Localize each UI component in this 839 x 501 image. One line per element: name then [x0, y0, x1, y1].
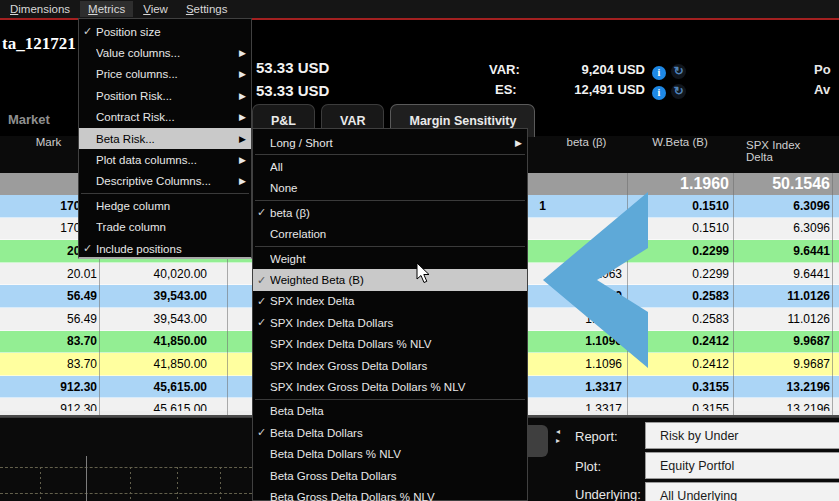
price-line-2: 53.33 USD: [256, 82, 329, 99]
es-label: ES:: [495, 82, 517, 97]
menu-item-beta[interactable]: ✓beta (β): [253, 202, 527, 223]
column-divider: [832, 173, 833, 415]
es-info-icon[interactable]: i: [652, 82, 666, 100]
menubar: DimensionsMetricsViewSettings: [0, 0, 839, 18]
menu-item-position-risk[interactable]: Position Risk...▶: [79, 85, 251, 106]
column-group-market: Market: [8, 112, 50, 127]
menu-item-beta-gross-delta-dollars[interactable]: Beta Gross Delta Dollars: [253, 465, 527, 486]
gridline: [0, 493, 252, 494]
cell-mark: 20.01: [0, 263, 97, 285]
menu-item-trade-column[interactable]: Trade column: [79, 217, 251, 238]
submenu-arrow-icon: ▶: [232, 134, 251, 144]
menu-item-label: Descriptive Columns...: [96, 175, 232, 187]
splitter-arrows-icon[interactable]: ◂▸: [556, 427, 560, 445]
menu-item-price-columns[interactable]: Price columns...▶: [79, 64, 251, 85]
underlying-dropdown[interactable]: All Underlying: [645, 482, 839, 501]
underlying-label: Underlying:: [575, 487, 641, 501]
menu-item-label: SPX Index Gross Delta Dollars % NLV: [270, 381, 508, 393]
menu-item-descriptive-columns[interactable]: Descriptive Columns...▶: [79, 171, 251, 192]
menu-item-all[interactable]: All: [253, 156, 527, 177]
checkmark-icon: ✓: [79, 25, 96, 38]
cell-spx-delta: 13.2196: [735, 376, 830, 398]
menu-item-long-short[interactable]: Long / Short▶: [253, 132, 527, 153]
menubar-item-dimensions[interactable]: Dimensions: [2, 1, 78, 17]
menu-item-weighted-beta-b[interactable]: ✓Weighted Beta (B): [253, 269, 527, 290]
var-label: VAR:: [489, 62, 520, 77]
checkmark-icon: ✓: [79, 242, 96, 255]
menubar-item-view[interactable]: View: [135, 1, 176, 17]
cell-spx-delta: 11.0126: [735, 308, 830, 330]
menu-item-none[interactable]: None: [253, 178, 527, 199]
menu-item-label: Beta Delta: [270, 405, 508, 417]
menu-item-label: Plot data columns...: [96, 154, 232, 166]
cell-spx-delta: 6.3096: [735, 195, 830, 217]
checkmark-icon: ✓: [253, 295, 270, 308]
menu-item-label: Beta Delta Dollars: [270, 427, 508, 439]
var-info-icon[interactable]: i: [652, 62, 666, 80]
gridline: [40, 467, 41, 501]
menu-item-label: Weighted Beta (B): [270, 274, 508, 286]
report-dropdown[interactable]: Risk by Under: [645, 422, 839, 449]
plot-axis-line: [86, 456, 87, 501]
menu-item-label: Contract Risk...: [96, 111, 232, 123]
menu-item-beta-delta[interactable]: Beta Delta: [253, 401, 527, 422]
document-tab-label[interactable]: ta_121721: [2, 34, 76, 54]
menu-item-spx-index-gross-delta-dollars-nlv[interactable]: SPX Index Gross Delta Dollars % NLV: [253, 376, 527, 397]
cell-spx-delta: 9.6441: [735, 240, 830, 262]
menu-item-label: Beta Delta Dollars % NLV: [270, 448, 508, 460]
menu-item-label: Position size: [96, 26, 232, 38]
price-line-1: 53.33 USD: [256, 59, 329, 76]
checkmark-icon: ✓: [253, 426, 270, 439]
cell-value: 41,850.00: [100, 331, 207, 353]
menu-item-plot-data-columns[interactable]: Plot data columns...▶: [79, 149, 251, 170]
clipped-label-2: Av: [814, 82, 830, 97]
menu-item-correlation[interactable]: Correlation: [253, 224, 527, 245]
menubar-item-settings[interactable]: Settings: [178, 1, 236, 17]
cell-value: 41,850.00: [100, 353, 207, 375]
cell-mark: 56.49: [0, 285, 97, 307]
submenu-arrow-icon: ▶: [232, 48, 251, 58]
column-header-wbeta[interactable]: W.Beta (B): [627, 136, 733, 148]
es-refresh-icon[interactable]: ↻: [671, 81, 686, 99]
cell-mark: 83.70: [0, 331, 97, 353]
menu-item-beta-delta-dollars[interactable]: ✓Beta Delta Dollars: [253, 422, 527, 443]
cell-value: 40,020.00: [100, 263, 207, 285]
gridline: [220, 467, 221, 501]
menu-item-spx-index-gross-delta-dollars[interactable]: SPX Index Gross Delta Dollars: [253, 355, 527, 376]
submenu-arrow-icon: ▶: [232, 155, 251, 165]
menu-item-include-positions[interactable]: ✓Include positions: [79, 238, 251, 259]
cell-mark: 56.49: [0, 308, 97, 330]
cell-mark: 912.30: [0, 376, 97, 398]
submenu-arrow-icon: ▶: [508, 138, 527, 148]
menubar-item-metrics[interactable]: Metrics: [80, 1, 133, 17]
menu-item-label: Beta Gross Delta Dollars: [270, 470, 508, 482]
var-refresh-icon[interactable]: ↻: [671, 61, 686, 79]
plot-dropdown[interactable]: Equity Portfol: [645, 452, 839, 479]
submenu-arrow-icon: ▶: [232, 176, 251, 186]
menu-item-contract-risk[interactable]: Contract Risk...▶: [79, 107, 251, 128]
menu-item-label: Hedge column: [96, 200, 232, 212]
cell-value: 39,543.00: [100, 285, 207, 307]
menu-item-spx-index-delta-dollars-nlv[interactable]: SPX Index Delta Dollars % NLV: [253, 334, 527, 355]
menu-separator: [255, 200, 525, 201]
menu-item-label: All: [270, 161, 508, 173]
checkmark-icon: ✓: [253, 206, 270, 219]
column-header-spx-delta[interactable]: SPX Index Delta: [746, 139, 836, 163]
menu-item-weight[interactable]: Weight: [253, 248, 527, 269]
menu-item-value-columns[interactable]: Value columns...▶: [79, 42, 251, 63]
menu-item-beta-risk[interactable]: Beta Risk...▶: [79, 128, 251, 149]
column-divider: [733, 173, 734, 415]
menu-separator: [81, 193, 249, 194]
menu-item-beta-gross-delta-dollars-nlv[interactable]: Beta Gross Delta Dollars % NLV: [253, 486, 527, 501]
chevron-left-watermark: [540, 190, 652, 370]
menu-item-spx-index-delta-dollars[interactable]: ✓SPX Index Delta Dollars: [253, 312, 527, 333]
gridline: [130, 467, 131, 501]
menu-item-hedge-column[interactable]: Hedge column: [79, 195, 251, 216]
column-header-beta[interactable]: beta (β): [546, 136, 627, 148]
menu-item-position-size[interactable]: ✓Position size: [79, 21, 251, 42]
menu-item-label: Correlation: [270, 228, 508, 240]
es-value: 12,491 USD: [535, 82, 645, 97]
menu-item-beta-delta-dollars-nlv[interactable]: Beta Delta Dollars % NLV: [253, 443, 527, 464]
menu-item-spx-index-delta[interactable]: ✓SPX Index Delta: [253, 291, 527, 312]
menu-item-label: SPX Index Gross Delta Dollars: [270, 360, 508, 372]
